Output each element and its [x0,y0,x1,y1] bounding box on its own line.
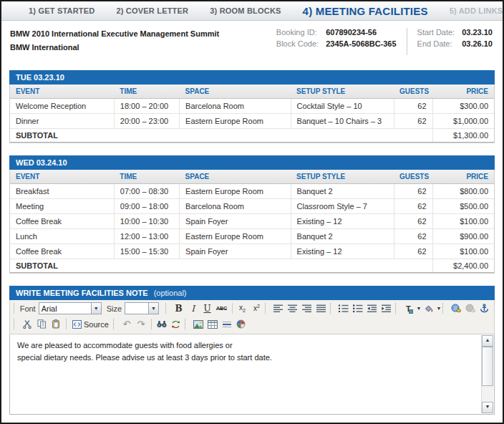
start-date-value: 03.23.10 [462,28,493,37]
tab-add-links[interactable]: 5) ADD LINKS [450,6,503,15]
toolbar-group-handle [165,303,169,314]
cell-time: 12:00 – 13:00 [114,228,179,244]
subtotal-row: SUBTOTAL $2,400.00 [10,259,494,272]
cell-time: 10:00 – 10:30 [114,213,179,228]
unlink-icon[interactable] [463,302,478,315]
toolbar-separator [151,319,152,329]
justify-icon[interactable] [314,302,329,315]
cell-event: Meeting [10,198,114,213]
scroll-down-icon[interactable]: ▼ [482,402,493,413]
align-right-icon[interactable] [300,302,314,315]
cell-time: 20:00 – 23:00 [114,113,179,128]
ordered-list-icon[interactable] [336,302,351,315]
underline-icon[interactable]: U [200,302,215,315]
cell-time: 15:00 – 15:30 [114,244,179,259]
cell-guests: 62 [394,228,432,244]
insert-table-icon[interactable] [205,317,220,331]
toolbar-group-handle [395,303,399,314]
copy-icon[interactable] [34,317,49,331]
note-scrollbar[interactable]: ▲ ▼ [481,335,493,413]
superscript-icon[interactable]: x2 [249,302,263,315]
cell-event: Coffee Break [10,213,114,228]
col-guests: GUESTS [394,85,432,99]
note-text-line: special dietary needs. Please advise us … [17,352,475,364]
cell-price: $900.00 [432,228,494,244]
tab-cover-letter[interactable]: 2) COVER LETTER [116,6,188,15]
cell-setup: Cocktail Style – 10 [291,98,394,113]
day-table-wed: WED 03.24.10 EVENT TIME SPACE SETUP STYL… [9,155,495,274]
redo-icon[interactable]: ↷ [134,317,148,331]
smiley-icon[interactable] [234,317,248,331]
scrollbar-thumb[interactable] [482,347,493,386]
cell-event: Dinner [10,113,114,128]
chevron-down-icon[interactable]: ▼ [91,303,101,314]
scrollbar-track[interactable] [482,347,493,402]
cell-time: 07:00 – 08:30 [114,183,179,198]
cut-icon[interactable] [20,317,34,331]
table-row: Lunch 12:00 – 13:00 Eastern Europe Room … [10,228,494,244]
text-color-dropdown-icon[interactable]: ▼ [416,306,421,311]
cell-guests: 62 [394,183,432,198]
align-left-icon[interactable] [271,302,286,315]
size-select[interactable]: ▼ [125,302,159,314]
cell-guests: 62 [394,113,432,128]
insert-link-icon[interactable] [449,302,463,315]
bold-icon[interactable]: B [172,302,186,315]
column-header-row: EVENT TIME SPACE SETUP STYLE GUESTS PRIC… [10,85,494,99]
cell-guests: 62 [394,198,432,213]
strikethrough-icon[interactable]: ABC [215,302,229,315]
scroll-up-icon[interactable]: ▲ [482,335,493,347]
cell-space: Eastern Europe Room [180,113,291,128]
event-title: BMW 2010 International Executive Managem… [10,27,276,41]
toolbar-separator [232,303,233,314]
undo-icon[interactable]: ↶ [120,317,134,331]
col-guests: GUESTS [394,170,432,184]
insert-image-icon[interactable] [191,317,205,331]
anchor-icon[interactable] [478,302,492,315]
chevron-down-icon[interactable]: ▼ [148,303,158,314]
cell-setup: Banquet – 10 Chairs – 3 [291,113,394,128]
tab-meeting-facilities[interactable]: 4) MEETING FACILITIES [303,5,428,17]
table-row: Meeting 09:00 – 18:00 Barcelona Room Cla… [10,198,494,213]
col-space: SPACE [180,85,291,99]
font-select[interactable]: Arial ▼ [39,302,102,314]
horizontal-rule-icon[interactable] [220,317,234,331]
unordered-list-icon[interactable] [351,302,365,315]
col-space: SPACE [180,170,291,184]
replace-icon[interactable] [169,317,183,331]
cell-setup: Existing – 12 [291,244,394,259]
cell-event: Coffee Break [10,244,114,259]
toolbar-group-handle [265,303,268,314]
toolbar-group-handle [14,303,17,314]
table-row: Coffee Break 15:00 – 15:30 Spain Foyer E… [10,244,494,259]
cell-space: Spain Foyer [180,213,291,228]
align-center-icon[interactable] [286,302,300,315]
cell-price: $800.00 [432,183,494,198]
col-time: TIME [114,85,179,99]
background-color-dropdown-icon[interactable]: ▼ [436,306,441,311]
tab-get-started[interactable]: 1) GET STARTED [29,6,94,15]
note-title: WRITE MEETING FACILITIES NOTE [16,289,148,297]
cell-space: Eastern Europe Room [180,183,291,198]
step-tabbar: 1) GET STARTED 2) COVER LETTER 3) ROOM B… [1,1,503,21]
subtotal-value: $1,300.00 [432,128,494,142]
note-editor: WRITE MEETING FACILITIES NOTE (optional)… [9,286,495,415]
cell-price: $1,000.00 [432,113,494,128]
decrease-indent-icon[interactable] [365,302,379,315]
source-button[interactable]: Source [69,317,112,331]
tab-room-blocks[interactable]: 3) ROOM BLOCKS [210,6,281,15]
col-time: TIME [114,170,179,184]
background-color-icon[interactable] [421,302,435,315]
find-icon[interactable] [155,317,169,331]
table-row: Breakfast 07:00 – 08:30 Eastern Europe R… [10,183,494,198]
note-textarea[interactable]: We are pleased to accommodate guests wit… [9,334,495,415]
subscript-icon[interactable]: x2 [235,302,249,315]
paste-icon[interactable] [49,317,63,331]
text-color-icon[interactable]: T [401,302,415,315]
cell-space: Barcelona Room [180,98,291,113]
increase-indent-icon[interactable] [379,302,394,315]
italic-icon[interactable]: I [186,302,200,315]
cell-price: $500.00 [432,198,494,213]
cell-price: $100.00 [432,244,494,259]
toolbar-group-handle [185,319,188,329]
